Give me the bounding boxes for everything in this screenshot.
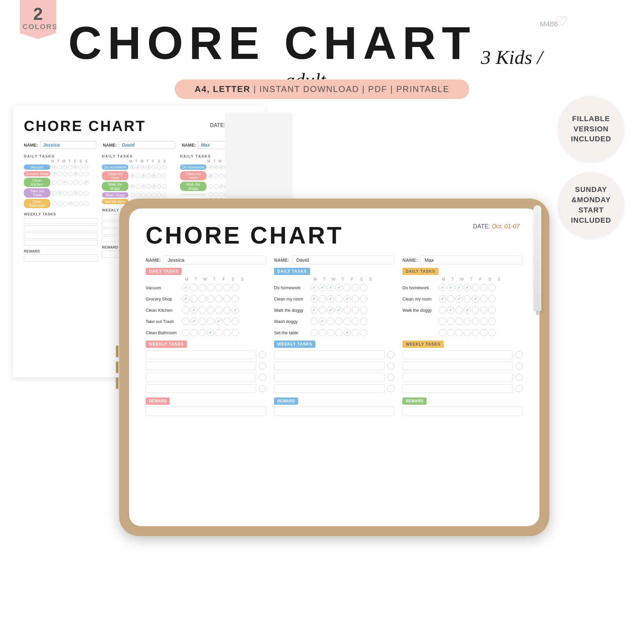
ipad-content: NAME: Jessica DAILY TASKS M T W T F S S … <box>146 255 523 416</box>
list-item: Grocery Shop ✓ <box>146 294 266 303</box>
list-item: Do homework ✓✓ ✓✓ <box>402 283 523 292</box>
table-row: Vacuum ✓ ✓ <box>24 164 98 170</box>
table-row: Clean my room ✓ ✓ ✓ <box>102 171 176 180</box>
ipad-button-1[interactable] <box>116 345 118 357</box>
ipad-button-2[interactable] <box>116 361 118 373</box>
paper-names-row: NAME: Jessica NAME: David NAME: Max <box>24 141 254 149</box>
table-row: Grocery Shop ✓ ✓ <box>24 171 98 176</box>
list-item: Take out Trash ✓ ✓ <box>146 317 266 326</box>
ipad-name-david: NAME: David <box>274 255 394 264</box>
list-item: Set the table ✓ <box>274 328 394 337</box>
ipad-reward-david: REWARD <box>274 397 298 405</box>
fillable-badge: FILLABLEVERSIONINCLUDED <box>558 96 624 162</box>
table-row: Wash doggy <box>102 192 176 198</box>
badge-label: COLORS <box>23 23 54 31</box>
list-item: Do homework ✓✓ ✓✓ <box>274 283 394 292</box>
product-tag: A4, LETTER | INSTANT DOWNLOAD | PDF | PR… <box>175 79 469 99</box>
ipad-device: CHORE CHART DATE: Oct. 01-07 NAME: Jessi… <box>119 199 549 536</box>
ipad-title: CHORE CHART <box>146 222 523 249</box>
ipad-weekly-david: WEEKLY TASKS <box>274 341 394 393</box>
ipad-jessica-col: NAME: Jessica DAILY TASKS M T W T F S S … <box>146 255 266 416</box>
ipad-daily-badge-jessica: DAILY TASKS <box>146 268 182 275</box>
table-row: Take out Trash ✓ ✓ <box>24 188 98 198</box>
ipad-reward-jessica: REWARD <box>146 397 170 405</box>
list-item: Clean my room ✓ ✓ ✓ <box>274 294 394 303</box>
ipad-days-max: MT WT FS S <box>402 277 523 282</box>
color-badge: 2 COLORS <box>20 0 56 39</box>
ipad-date-label: DATE: <box>473 223 492 230</box>
ipad-screen: CHORE CHART DATE: Oct. 01-07 NAME: Jessi… <box>129 208 539 526</box>
main-title: CHORE CHART <box>68 20 476 66</box>
jessica-col: DAILY TASKS MTWTFSS Vacuum ✓ ✓ Grocery S… <box>24 154 98 262</box>
table-row: Do homework ✓✓ ✓✓ <box>102 164 176 170</box>
jessica-box: Jessica <box>40 141 96 149</box>
ipad-weekly-jessica: WEEKLY TASKS <box>146 341 266 393</box>
david-box: David <box>119 141 175 149</box>
ipad-date: DATE: Oct. 01-07 <box>473 223 520 230</box>
list-item <box>402 328 523 337</box>
table-row: Walk the doggy ✓ ✓ ✓ <box>102 182 176 191</box>
product-tag-bold: A4, LETTER <box>195 84 251 94</box>
paper-date-label: DATE: <box>210 122 227 128</box>
table-row: Clean Bathroom ✓ <box>24 199 98 208</box>
list-item: Clean my room ✓ ✓ ✓ <box>402 294 523 303</box>
ipad-max-col: NAME: Max DAILY TASKS MT WT FS S Do home… <box>402 255 523 416</box>
list-item: Clean Bathroom ✓ <box>146 328 266 337</box>
ipad-daily-badge-david: DAILY TASKS <box>274 268 310 275</box>
list-item: Walk the doggy ✓ ✓ <box>402 305 523 315</box>
badge-number: 2 <box>23 5 54 23</box>
ipad-days-david: MT WT FS S <box>274 277 394 282</box>
right-badges: FILLABLEVERSIONINCLUDED SUNDAY&MONDAYSTA… <box>558 96 624 238</box>
list-item: Wash doggy ✓ <box>274 317 394 326</box>
ipad-date-value: Oct. 01-07 <box>492 223 520 230</box>
ipad-side-buttons <box>116 345 118 389</box>
table-row: Clean Kitchen ✓ ✓ <box>24 178 98 187</box>
ipad-days-jessica: M T W T F S S <box>146 277 266 282</box>
paper-name-jessica: NAME: Jessica <box>24 141 96 149</box>
ipad-daily-badge-max: DAILY TASKS <box>402 268 438 275</box>
sunday-monday-badge: SUNDAY&MONDAYSTARTINCLUDED <box>558 172 624 238</box>
ipad-david-col: NAME: David DAILY TASKS MT WT FS S Do ho… <box>274 255 394 416</box>
ipad-button-3[interactable] <box>116 377 118 389</box>
ipad-reward-max: REWARD <box>402 397 427 405</box>
list-item: Walk the doggy ✓ ✓ ✓ <box>274 305 394 315</box>
product-tag-text: | INSTANT DOWNLOAD | PDF | PRINTABLE <box>253 84 449 94</box>
list-item <box>402 317 523 326</box>
ipad-name-jessica: NAME: Jessica <box>146 255 266 264</box>
list-item: Vacuum ✓ <box>146 283 266 292</box>
paper-name-david: NAME: David <box>103 141 175 149</box>
list-item: Clean Kitchen ✓ ✓ <box>146 305 266 315</box>
stylus <box>533 205 541 311</box>
ipad-weekly-max: WEEKLY TASKS <box>402 341 523 393</box>
ipad-name-max: NAME: Max <box>402 255 523 264</box>
